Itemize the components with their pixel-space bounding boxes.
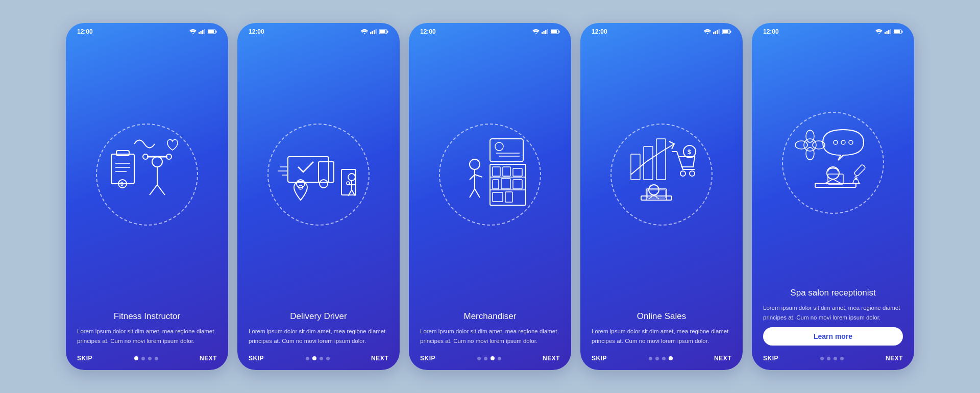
dot-4-1 [655,357,659,360]
svg-rect-54 [490,164,526,205]
svg-rect-74 [719,29,720,34]
signal-icon-4 [713,29,720,34]
dots-1 [134,356,158,360]
svg-point-35 [348,174,355,181]
svg-rect-94 [890,29,892,34]
status-time-2: 12:00 [249,28,264,35]
svg-rect-60 [493,180,499,189]
illustration-fitness: $ [66,37,228,311]
svg-rect-93 [888,30,890,34]
svg-text:$: $ [688,149,691,156]
dot-5-1 [827,357,830,360]
dots-2 [306,356,330,360]
signal-icon-2 [370,29,377,34]
skip-btn-2[interactable]: SKIP [249,355,264,362]
svg-point-104 [841,140,845,144]
phone-delivery-driver: 12:00 [237,23,400,370]
svg-point-14 [152,157,162,167]
dot-2-1 [312,356,316,360]
next-btn-4[interactable]: NEXT [714,355,731,362]
signal-icon [199,29,206,34]
svg-rect-58 [503,167,510,176]
svg-line-68 [475,175,482,177]
wifi-icon-5 [875,29,883,34]
status-icons-1 [189,29,217,34]
dashed-circle-2 [267,124,370,226]
title-merch: Merchandiser [420,311,560,322]
delivery-illustration [273,129,364,220]
svg-point-82 [690,171,695,176]
svg-rect-97 [894,30,900,33]
svg-rect-29 [318,162,334,182]
svg-rect-64 [505,192,512,202]
svg-rect-0 [199,32,200,34]
svg-point-65 [470,159,480,169]
bottom-nav-2: SKIP NEXT [237,351,400,370]
svg-rect-32 [341,169,356,195]
dot-2-0 [306,357,309,360]
skip-btn-3[interactable]: SKIP [420,355,435,362]
dot-3-0 [477,357,481,360]
next-btn-1[interactable]: NEXT [200,355,217,362]
svg-rect-48 [559,31,560,33]
dashed-circle-3 [439,124,541,226]
svg-rect-5 [216,31,217,33]
next-btn-2[interactable]: NEXT [371,355,388,362]
svg-rect-43 [542,32,543,34]
dot-2-2 [320,357,323,360]
svg-rect-73 [717,30,718,34]
illustration-sales: $ [580,37,743,311]
svg-point-51 [495,142,503,151]
svg-rect-6 [208,30,214,33]
svg-rect-72 [715,31,717,34]
svg-rect-23 [374,30,375,34]
status-bar-1: 12:00 [66,23,228,37]
bottom-nav-4: SKIP NEXT [580,351,743,370]
wifi-icon [189,29,197,34]
skip-btn-5[interactable]: SKIP [763,355,778,362]
svg-text:$: $ [120,181,124,187]
svg-rect-28 [288,157,329,182]
dot-1-1 [141,357,145,360]
wifi-icon-3 [532,29,540,34]
svg-rect-59 [513,168,522,176]
battery-icon-5 [894,29,903,34]
svg-rect-80 [656,139,666,180]
status-icons-5 [875,29,903,34]
next-btn-3[interactable]: NEXT [543,355,560,362]
svg-line-19 [150,185,157,195]
status-icons-2 [361,29,388,34]
svg-rect-92 [887,31,888,34]
svg-rect-8 [116,151,129,156]
svg-rect-76 [730,31,731,33]
dot-4-3 [669,356,673,360]
svg-point-106 [827,167,839,179]
content-delivery: Delivery Driver Lorem ipsum dolor sit di… [237,311,400,351]
content-sales: Online Sales Lorem ipsum dolor sit dim a… [580,311,743,351]
battery-icon [208,29,217,34]
svg-line-110 [833,179,841,183]
svg-point-81 [680,171,685,176]
learn-more-button[interactable]: Learn more [763,327,903,346]
status-icons-4 [704,29,731,34]
svg-point-112 [855,177,857,179]
dots-4 [649,356,673,360]
skip-btn-4[interactable]: SKIP [592,355,607,362]
svg-rect-57 [493,167,500,176]
svg-rect-2 [202,30,204,34]
content-spa: Spa salon receptionist Lorem ipsum dolor… [752,288,914,351]
battery-icon-4 [722,29,731,34]
status-time-1: 12:00 [77,28,93,35]
wifi-icon-4 [704,29,711,34]
content-merch: Merchandiser Lorem ipsum dolor sit dim a… [409,311,571,351]
status-time-5: 12:00 [763,28,779,35]
svg-line-109 [825,179,833,183]
body-sales: Lorem ipsum dolor sit dim amet, mea regi… [592,327,731,346]
svg-point-99 [806,130,814,142]
svg-line-70 [475,189,480,198]
svg-rect-1 [201,31,202,34]
next-btn-5[interactable]: NEXT [886,355,903,362]
skip-btn-1[interactable]: SKIP [77,355,92,362]
svg-rect-50 [490,139,523,162]
bottom-nav-5: SKIP NEXT [752,351,914,370]
